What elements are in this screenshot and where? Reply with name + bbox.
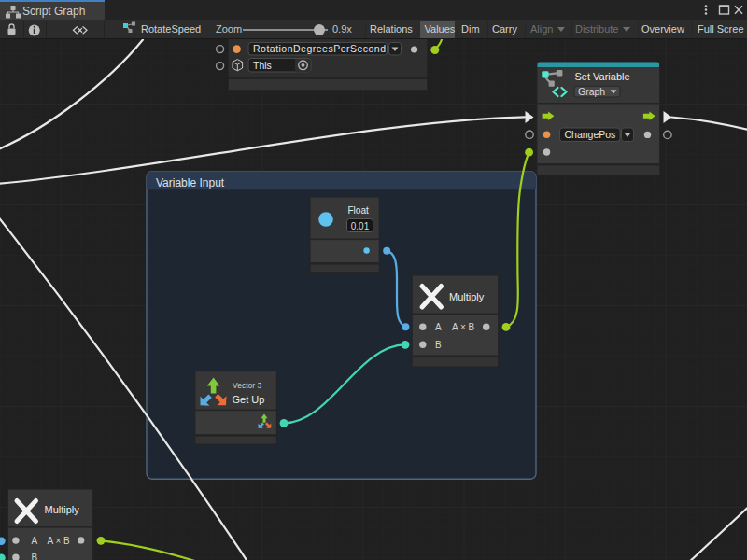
svg-text:B: B bbox=[32, 553, 38, 560]
svg-text:Get Up: Get Up bbox=[233, 394, 265, 405]
svg-text:Set Variable: Set Variable bbox=[575, 71, 630, 82]
svg-text:RotationDegreesPerSecond: RotationDegreesPerSecond bbox=[253, 43, 386, 54]
svg-text:A: A bbox=[435, 322, 442, 332]
svg-text:Graph: Graph bbox=[578, 86, 605, 97]
svg-text:A × B: A × B bbox=[48, 536, 71, 546]
svg-text:This: This bbox=[253, 60, 272, 71]
svg-text:Vector 3: Vector 3 bbox=[233, 381, 261, 390]
svg-text:Multiply: Multiply bbox=[45, 504, 80, 515]
svg-text:ChangePos: ChangePos bbox=[565, 129, 616, 140]
svg-text:Multiply: Multiply bbox=[449, 291, 485, 302]
svg-text:A × B: A × B bbox=[452, 322, 475, 332]
svg-text:Float: Float bbox=[348, 205, 369, 216]
svg-text:A: A bbox=[32, 536, 38, 546]
svg-text:Variable Input: Variable Input bbox=[156, 176, 225, 189]
svg-text:0.01: 0.01 bbox=[351, 221, 370, 231]
svg-text:B: B bbox=[435, 340, 442, 350]
